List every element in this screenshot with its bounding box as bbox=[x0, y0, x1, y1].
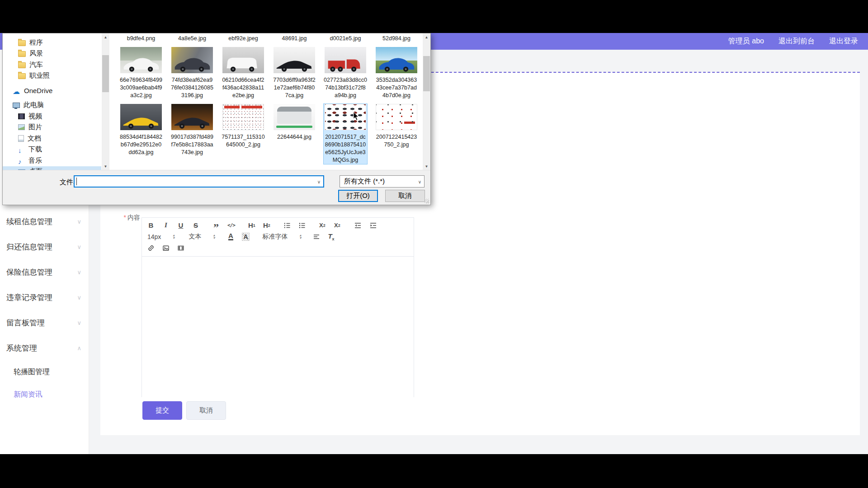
paragraph-format-select[interactable]: 文本▴▾ bbox=[189, 233, 215, 241]
file-item[interactable]: 35352da30436343cee7a37b7ad4b7d0e.jpg bbox=[375, 47, 418, 99]
file-row: 88534d4f184482b67d9e29512e0dd62a.jpg9901… bbox=[119, 104, 418, 164]
file-item[interactable]: 7703d6ff9a963f21e72aef6b74f807ca.jpg bbox=[273, 47, 316, 99]
file-item[interactable]: d0021e5.jpg bbox=[324, 35, 367, 42]
tree-scrollbar[interactable]: ▲ ▼ bbox=[102, 33, 109, 170]
ordered-list-button[interactable] bbox=[283, 222, 291, 229]
file-item[interactable]: b9dfe4.png bbox=[119, 35, 163, 42]
tree-item-downloads[interactable]: 下载 bbox=[3, 144, 101, 155]
file-item[interactable]: 52d984.jpg bbox=[375, 35, 418, 42]
blockquote-button[interactable]: ” bbox=[212, 221, 220, 230]
editor-content-area[interactable] bbox=[142, 257, 414, 398]
content-field-label: *内容 bbox=[105, 214, 140, 222]
scrollbar-thumb[interactable] bbox=[102, 55, 109, 92]
file-thumbnail bbox=[171, 104, 213, 130]
scroll-down-icon[interactable]: ▼ bbox=[423, 163, 430, 170]
chevron-down-icon[interactable]: ∨ bbox=[317, 179, 321, 184]
tree-item-label: 风景 bbox=[29, 49, 43, 58]
highlight-color-button[interactable]: A bbox=[242, 233, 249, 241]
tree-item-folder[interactable]: 职业照 bbox=[3, 70, 101, 82]
filetype-select[interactable]: 所有文件 (*.*) ∨ bbox=[340, 175, 425, 188]
file-item[interactable]: 66e769634f84993c009ae6bab4f9a3c2.jpg bbox=[119, 47, 163, 99]
exit-to-front-link[interactable]: 退出到前台 bbox=[778, 37, 815, 46]
text-color-button[interactable]: A bbox=[227, 233, 234, 240]
insert-video-button[interactable] bbox=[177, 244, 184, 252]
superscript-button[interactable]: X2 bbox=[334, 222, 341, 229]
scrollbar-thumb[interactable] bbox=[423, 56, 430, 91]
logout-link[interactable]: 退出登录 bbox=[829, 37, 858, 46]
tree-item-folder[interactable]: 风景 bbox=[3, 48, 101, 60]
folder-icon bbox=[18, 62, 26, 68]
tree-item-onedrive[interactable]: OneDrive bbox=[3, 85, 101, 96]
file-item[interactable]: 74fd38eaf62ea976fe03841260853196.jpg bbox=[170, 47, 214, 99]
submit-button[interactable]: 提交 bbox=[142, 401, 182, 420]
folder-icon bbox=[18, 73, 26, 79]
filename-input[interactable]: ∨ bbox=[74, 175, 324, 188]
file-item[interactable]: 22644644.jpg bbox=[273, 104, 316, 141]
file-item[interactable]: 99017d387fd489f7e5b8c17883aa743e.jpg bbox=[170, 104, 214, 156]
sidebar-item-6[interactable]: 系统管理∧ bbox=[0, 335, 89, 361]
sidebar-item-2[interactable]: 归还信息管理∨ bbox=[0, 234, 89, 259]
tree-item-label: 此电脑 bbox=[24, 101, 44, 109]
scroll-down-icon[interactable]: ▼ bbox=[102, 163, 109, 170]
strikethrough-button[interactable]: S bbox=[192, 221, 199, 229]
sidebar-item-4[interactable]: 违章记录管理∨ bbox=[0, 285, 89, 310]
file-item[interactable]: 027723a83d8cc074b13bf31c72f8a94b.jpg bbox=[324, 47, 367, 99]
sidebar-item-7[interactable]: 轮播图管理 bbox=[0, 361, 89, 383]
insert-link-button[interactable] bbox=[147, 244, 155, 252]
mouse-cursor bbox=[353, 112, 359, 121]
file-item[interactable]: ebf92e.jpeg bbox=[222, 35, 265, 42]
tree-item-folder[interactable]: 汽车 bbox=[3, 59, 101, 70]
video-icon bbox=[18, 113, 25, 119]
file-item[interactable]: 7571137_115310645000_2.jpg bbox=[222, 104, 265, 149]
file-item[interactable]: 2007122415423750_2.jpg bbox=[375, 104, 418, 149]
spinner-icon: ▴▾ bbox=[300, 234, 302, 239]
outdent-button[interactable] bbox=[354, 222, 362, 229]
file-item[interactable]: 2012071517_dc8690b18875410e5625JyUcJue3M… bbox=[324, 104, 367, 164]
tree-item-folder[interactable]: 程序 bbox=[3, 37, 101, 48]
tree-item-pc[interactable]: 此电脑 bbox=[3, 100, 101, 111]
code-button[interactable]: </> bbox=[227, 222, 235, 228]
file-thumbnail bbox=[120, 104, 162, 130]
file-item[interactable]: 4a8e5e.jpg bbox=[170, 35, 214, 42]
file-name: 74fd38eaf62ea976fe03841260853196.jpg bbox=[170, 76, 214, 99]
scroll-up-icon[interactable]: ▲ bbox=[102, 33, 109, 41]
open-button[interactable]: 打开(O) bbox=[338, 190, 378, 202]
file-thumbnail bbox=[120, 47, 162, 73]
required-mark: * bbox=[124, 214, 126, 221]
indent-button[interactable] bbox=[369, 222, 377, 229]
sidebar-item-3[interactable]: 保险信息管理∨ bbox=[0, 259, 89, 285]
chevron-up-icon: ∧ bbox=[77, 345, 81, 352]
italic-button[interactable]: I bbox=[162, 221, 170, 229]
sidebar-item-5[interactable]: 留言板管理∨ bbox=[0, 310, 89, 335]
heading1-button[interactable]: H1 bbox=[248, 221, 255, 229]
tree-item-pictures[interactable]: 图片 bbox=[3, 122, 101, 133]
sidebar-item-8[interactable]: 新闻资讯 bbox=[0, 383, 89, 406]
scroll-up-icon[interactable]: ▲ bbox=[423, 33, 430, 41]
tree-item-video[interactable]: 视频 bbox=[3, 111, 101, 122]
underline-button[interactable]: U bbox=[177, 221, 184, 229]
tree-item-documents[interactable]: 文档 bbox=[3, 133, 101, 144]
tree-item-music[interactable]: 音乐 bbox=[3, 155, 101, 166]
admin-label: 管理员 abo bbox=[728, 37, 764, 46]
file-thumbnail bbox=[325, 104, 366, 130]
file-thumbnail bbox=[171, 47, 213, 73]
insert-image-button[interactable] bbox=[162, 244, 170, 252]
heading2-button[interactable]: H2 bbox=[263, 221, 270, 229]
file-item[interactable]: 88534d4f184482b67d9e29512e0dd62a.jpg bbox=[119, 104, 163, 156]
unordered-list-button[interactable] bbox=[298, 222, 306, 229]
cancel-button[interactable]: 取消 bbox=[186, 401, 226, 420]
subscript-button[interactable]: X2 bbox=[319, 222, 326, 229]
file-item[interactable]: 06210d66cea4f2f436ac42838a11e2be.jpg bbox=[222, 47, 265, 99]
file-item[interactable]: 48691.jpg bbox=[273, 35, 316, 42]
font-family-select[interactable]: 标准字体▴▾ bbox=[263, 233, 302, 241]
font-size-select[interactable]: 14px▴▾ bbox=[147, 233, 175, 240]
file-name: 7703d6ff9a963f21e72aef6b74f807ca.jpg bbox=[273, 76, 316, 99]
bold-button[interactable]: B bbox=[147, 221, 155, 229]
file-thumbnail bbox=[222, 47, 264, 73]
clear-format-button[interactable]: Tx bbox=[328, 232, 335, 241]
sidebar-item-label: 违章记录管理 bbox=[6, 292, 52, 303]
align-button[interactable] bbox=[313, 233, 320, 240]
file-list-scrollbar[interactable]: ▲ ▼ bbox=[423, 33, 430, 170]
sidebar-item-1[interactable]: 续租信息管理∨ bbox=[0, 209, 89, 234]
dialog-cancel-button[interactable]: 取消 bbox=[385, 190, 425, 202]
